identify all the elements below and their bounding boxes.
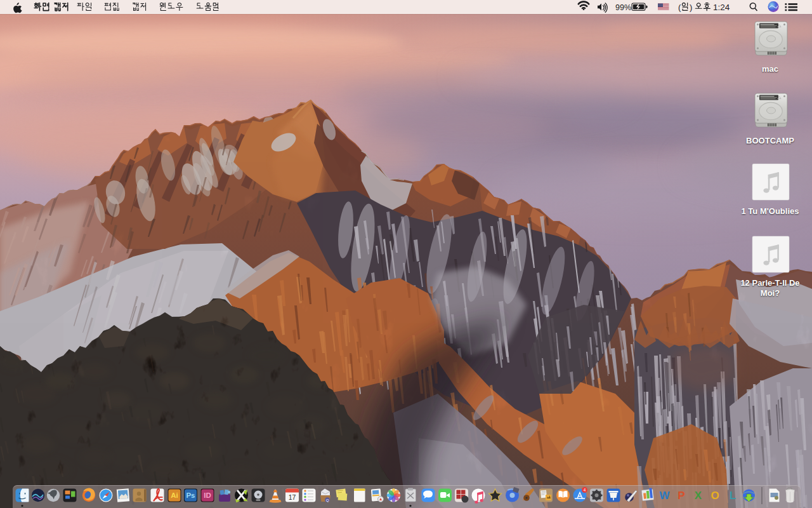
svg-text:(: (: [678, 3, 681, 12]
svg-text:L: L: [730, 490, 736, 502]
svg-text:W: W: [659, 490, 670, 502]
svg-text:Q: Q: [326, 498, 329, 502]
svg-text:ID: ID: [204, 491, 211, 499]
svg-text:4: 4: [584, 488, 586, 492]
svg-text:X: X: [695, 490, 702, 502]
svg-text:17: 17: [289, 493, 296, 501]
svg-text:Ai: Ai: [171, 491, 178, 499]
svg-text:Ps: Ps: [186, 491, 195, 499]
svg-text:1:24: 1:24: [713, 3, 730, 12]
svg-text:): ): [690, 3, 692, 12]
svg-text:O: O: [710, 490, 719, 502]
svg-text:99%: 99%: [615, 3, 631, 12]
svg-text:P: P: [678, 490, 684, 502]
